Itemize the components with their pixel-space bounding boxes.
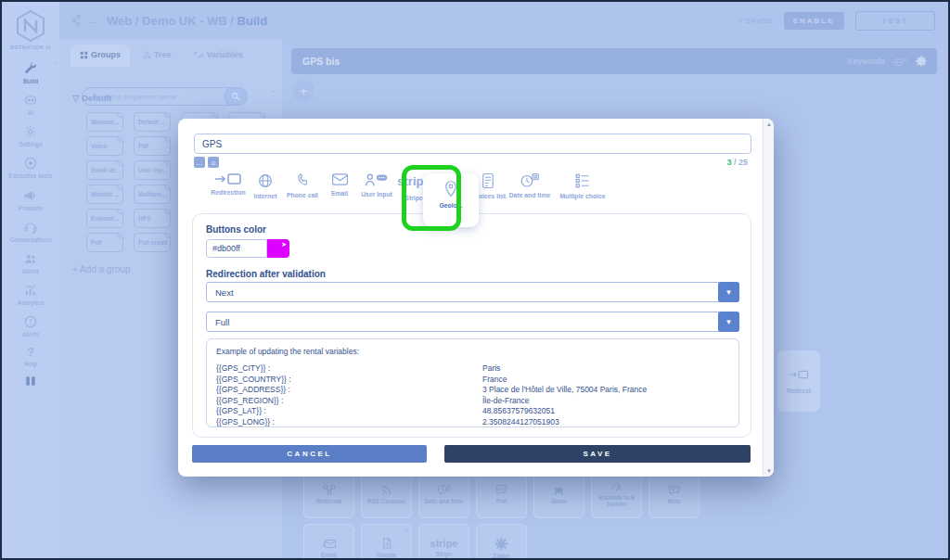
link-badge-icon bbox=[164, 136, 171, 142]
message-type-modal: ▲ ▼ … ☺ 3 / 25 Redirection Internet Phon… bbox=[178, 119, 774, 477]
tab-multiple-choice[interactable]: Multiple choice bbox=[555, 172, 610, 199]
test-button[interactable]: TEST bbox=[855, 11, 935, 31]
sequence-block[interactable]: Video bbox=[86, 136, 123, 156]
sequence-block[interactable]: Multiple... bbox=[134, 185, 171, 204]
panel-scroll-caret[interactable]: ⌃ bbox=[271, 90, 276, 97]
sidebar-item-analytics[interactable]: Analytics bbox=[3, 283, 58, 306]
redirection-dropdown[interactable]: Next ▼ bbox=[206, 282, 739, 302]
tree-icon bbox=[143, 51, 151, 59]
palette-item-game[interactable]: Game bbox=[533, 470, 584, 518]
emoji-icon[interactable]: ☺ bbox=[208, 157, 219, 168]
palette-item-zapier[interactable]: Zapier bbox=[476, 524, 527, 560]
insert-variable-icon[interactable]: … bbox=[194, 157, 205, 168]
wrench-icon bbox=[23, 61, 38, 76]
palette-item-date-and-time[interactable]: Date and time bbox=[418, 470, 469, 518]
variable-row: {{GPS_COUNTRY}} :France bbox=[216, 375, 729, 386]
sidebar-scroll-caret[interactable]: ⌃ bbox=[52, 61, 58, 69]
search-icon bbox=[231, 92, 240, 101]
saved-status: ✓SAVED bbox=[738, 17, 773, 25]
link-badge-icon bbox=[117, 185, 123, 190]
scroll-up-icon[interactable]: ▲ bbox=[764, 121, 775, 127]
palette-item-google[interactable]: + Google bbox=[361, 524, 412, 560]
palette-item-note[interactable]: Note bbox=[648, 470, 700, 518]
tab-groups[interactable]: Groups bbox=[71, 45, 130, 67]
users-icon bbox=[23, 251, 38, 266]
sequence-block[interactable]: Poll bbox=[86, 233, 123, 252]
add-message-button[interactable]: + bbox=[292, 80, 315, 102]
sequence-block[interactable]: Email de... bbox=[86, 160, 123, 180]
redirection-mode-dropdown[interactable]: Full ▼ bbox=[206, 312, 739, 332]
sidebar-item-conversations[interactable]: Conversations bbox=[3, 220, 58, 243]
sequence-header-bar[interactable]: GPS bis Keywords 0 bbox=[291, 48, 937, 74]
sidebar-item-help[interactable]: ? Help bbox=[3, 346, 58, 367]
top-header: ← Web / Demo UK - WB / Build ✓SAVED ENAB… bbox=[59, 2, 948, 39]
palette-item-email[interactable]: + Email bbox=[303, 524, 354, 560]
link-badge-icon bbox=[212, 112, 218, 118]
sequence-search-placeholder: Search a sequence name bbox=[92, 93, 225, 101]
add-group-button[interactable]: + Add a group bbox=[72, 264, 131, 274]
link-badge-icon bbox=[117, 112, 123, 118]
scroll-down-icon[interactable]: ▼ bbox=[764, 468, 775, 474]
sequence-block[interactable]: GPS bbox=[134, 209, 171, 228]
sequence-settings-gear-icon[interactable] bbox=[915, 55, 928, 68]
save-button[interactable]: SAVE bbox=[444, 445, 751, 463]
keywords-count: 0 bbox=[905, 57, 907, 62]
robot-icon bbox=[23, 93, 38, 108]
palette-item-webhook[interactable]: Webhook bbox=[303, 470, 354, 518]
sequence-block[interactable]: Weblist ... bbox=[86, 185, 123, 204]
palette-item-rss-carousel[interactable]: RSS Carousel bbox=[361, 470, 412, 518]
add-plus-icon: + bbox=[404, 527, 408, 533]
link-badge-icon bbox=[117, 209, 123, 214]
variables-icon: n bbox=[194, 51, 204, 59]
keywords-label[interactable]: Keywords bbox=[847, 57, 885, 66]
botnation-logo bbox=[15, 9, 46, 43]
sequence-block[interactable]: Pdf bbox=[134, 136, 171, 156]
message-text-input[interactable] bbox=[194, 134, 751, 154]
sequence-block[interactable]: User inp... bbox=[134, 160, 171, 180]
sequence-block[interactable]: Welcom... bbox=[86, 112, 123, 132]
group-header-default[interactable]: ▽ Default bbox=[72, 93, 111, 103]
tab-date-and-time[interactable]: Date and time bbox=[502, 172, 558, 198]
tab-variables[interactable]: n Variables bbox=[185, 45, 253, 67]
phone-icon bbox=[295, 172, 311, 188]
flows-back-icon[interactable]: ← bbox=[71, 14, 97, 27]
globe-icon bbox=[257, 172, 274, 189]
breadcrumb-current: Build bbox=[238, 14, 268, 28]
tab-tree[interactable]: Tree bbox=[134, 45, 181, 67]
modal-scrollbar[interactable]: ▲ ▼ bbox=[763, 119, 774, 477]
link-badge-icon bbox=[117, 136, 123, 142]
game-invader-icon bbox=[552, 484, 566, 496]
redirect-card[interactable]: Redirect bbox=[777, 350, 820, 412]
example-title: Example of updating the rental variables… bbox=[216, 347, 729, 356]
palette-item-stripe[interactable]: stripe Stripe bbox=[418, 524, 469, 560]
search-button[interactable] bbox=[224, 87, 248, 106]
sidebar-item-build[interactable]: Build bbox=[3, 61, 58, 84]
keywords-robot-icon[interactable]: 0 bbox=[892, 57, 907, 67]
sidebar-item-exclusive-tools[interactable]: Exclusive tools bbox=[3, 156, 58, 179]
sequence-block[interactable]: Default ... bbox=[134, 112, 171, 132]
enable-button[interactable]: ENABLE bbox=[784, 12, 844, 30]
palette-item-poll[interactable]: Poll bbox=[476, 470, 527, 518]
sidebar-item-users[interactable]: Users bbox=[3, 251, 58, 274]
groups-icon bbox=[80, 51, 88, 59]
sidebar-item-alerts[interactable]: Alerts bbox=[3, 314, 58, 337]
sidebar-item-ai[interactable]: AI bbox=[3, 93, 58, 116]
cancel-button[interactable]: CANCEL bbox=[192, 445, 427, 463]
buttons-color-input[interactable] bbox=[206, 239, 267, 258]
link-badge-icon bbox=[164, 209, 171, 214]
color-swatch[interactable]: ➤ bbox=[267, 239, 289, 258]
sidebar-item-collapse[interactable] bbox=[3, 375, 58, 387]
sidebar-item-promote[interactable]: Promote bbox=[3, 188, 58, 211]
alert-icon bbox=[23, 314, 38, 329]
envelope-icon bbox=[331, 172, 349, 186]
tab-geoloc[interactable]: Geoloc. bbox=[423, 173, 479, 227]
map-pin-icon bbox=[443, 180, 459, 198]
sequence-block[interactable]: Evaluati... bbox=[86, 209, 123, 228]
sequence-block[interactable]: Poll result bbox=[134, 233, 171, 252]
poll-icon bbox=[494, 483, 508, 496]
variable-row: {{GPS_CITY}} :Paris bbox=[216, 363, 729, 375]
palette-item-escalate[interactable]: Escalate to a human bbox=[591, 470, 642, 518]
stripe-wordmark: stripe bbox=[430, 538, 458, 549]
sidebar-item-settings[interactable]: Settings bbox=[3, 124, 58, 147]
headset-icon bbox=[23, 220, 38, 235]
